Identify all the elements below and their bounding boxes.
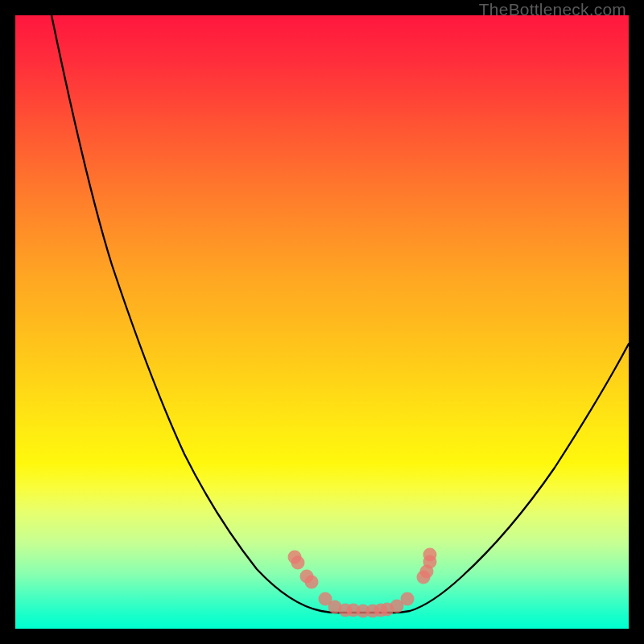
watermark-text: TheBottleneck.com (479, 0, 626, 19)
data-marker (305, 576, 319, 589)
data-marker (423, 548, 437, 562)
data-marker (291, 556, 305, 570)
plot-area (15, 15, 629, 629)
bottleneck-curve (52, 15, 629, 613)
data-marker (401, 592, 415, 606)
chart-frame: TheBottleneck.com (0, 0, 644, 644)
curve-layer (15, 15, 629, 629)
